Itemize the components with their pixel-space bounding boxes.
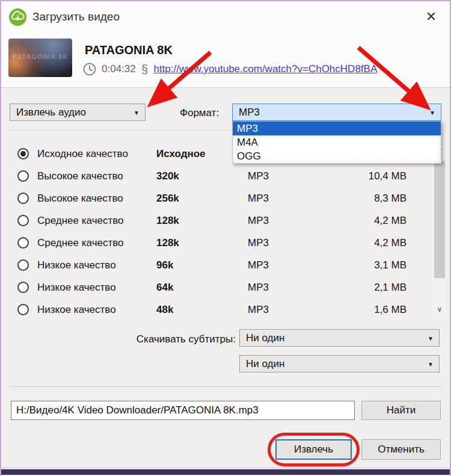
- radio-unselected[interactable]: [17, 193, 29, 204]
- cancel-button[interactable]: Отменить: [361, 439, 441, 460]
- video-url-link[interactable]: http://www.youtube.com/watch?v=ChOhcHD8f…: [153, 63, 377, 75]
- bottom-bar-dark: [1, 469, 450, 475]
- link-icon: §: [141, 62, 149, 76]
- quality-label: Высокое качество: [37, 193, 123, 205]
- chevron-down-icon: ▼: [133, 110, 140, 116]
- format-option-mp3[interactable]: MP3: [233, 122, 441, 135]
- format-option-m4a[interactable]: M4A: [233, 135, 441, 149]
- quality-size: 1,6 MB: [322, 304, 407, 316]
- subtitles-select-2-value: Ни один: [246, 358, 284, 370]
- format-select-value: MP3: [239, 107, 260, 119]
- quality-bitrate: 256k: [156, 193, 179, 205]
- quality-format: MP3: [248, 193, 269, 205]
- quality-size: 4,2 MB: [322, 237, 407, 249]
- thumbnail-watermark: PATAGONIA 8K: [8, 53, 72, 60]
- format-select[interactable]: MP3 ▼: [232, 104, 441, 121]
- quality-format: MP3: [248, 170, 269, 182]
- quality-label: Среднее качество: [37, 237, 124, 249]
- quality-bitrate: 128k: [156, 237, 179, 249]
- quality-label: Среднее качество: [37, 215, 124, 227]
- browse-button[interactable]: Найти: [361, 401, 441, 420]
- quality-row[interactable]: Низкое качество 96k MP3 3,1 MB: [10, 254, 431, 276]
- mode-select-value: Извлечь аудио: [16, 107, 86, 119]
- quality-row[interactable]: Высокое качество 320k MP3 10,4 MB: [10, 165, 431, 187]
- quality-size: 10,4 MB: [322, 170, 407, 182]
- quality-bitrate: Исходное: [156, 148, 206, 160]
- subtitles-select-2[interactable]: Ни один ▼: [239, 355, 440, 372]
- quality-format: MP3: [248, 237, 269, 249]
- subtitles-select-1-value: Ни один: [246, 332, 284, 344]
- radio-unselected[interactable]: [17, 304, 29, 315]
- video-thumbnail: PATAGONIA 8K: [8, 39, 72, 77]
- quality-row[interactable]: Высокое качество 256k MP3 8,3 MB: [10, 187, 431, 209]
- radio-selected[interactable]: [17, 148, 29, 159]
- video-duration: 0:04:32: [102, 63, 136, 75]
- subtitles-select-1[interactable]: Ни один ▼: [239, 329, 440, 347]
- dialog-header: Загрузить видео ✕ PATAGONIA 8K PATAGONIA…: [1, 1, 450, 88]
- quality-label: Исходное качество: [37, 148, 128, 160]
- quality-bitrate: 96k: [156, 259, 173, 271]
- format-label: Формат:: [180, 107, 219, 119]
- clock-icon: [83, 63, 96, 76]
- video-title: PATAGONIA 8K: [85, 43, 173, 57]
- radio-unselected[interactable]: [17, 259, 29, 271]
- video-meta: 0:04:32 § http://www.youtube.com/watch?v…: [83, 61, 377, 77]
- radio-unselected[interactable]: [17, 215, 29, 226]
- radio-unselected[interactable]: [17, 282, 29, 293]
- radio-unselected[interactable]: [17, 170, 29, 182]
- scrollbar-thumb[interactable]: [434, 161, 445, 278]
- quality-format: MP3: [248, 259, 269, 271]
- scrollbar[interactable]: ∧ ∨: [432, 143, 447, 317]
- quality-bitrate: 48k: [156, 304, 173, 316]
- chevron-down-icon: ▼: [428, 361, 434, 368]
- quality-size: 3,1 MB: [322, 259, 407, 271]
- quality-row[interactable]: Низкое качество 64k MP3 2,1 MB: [10, 276, 431, 298]
- divider: [10, 386, 441, 387]
- output-path-input[interactable]: [11, 401, 355, 420]
- chevron-down-icon: ▼: [428, 335, 434, 342]
- quality-label: Низкое качество: [37, 282, 116, 294]
- download-video-dialog: Загрузить видео ✕ PATAGONIA 8K PATAGONIA…: [0, 0, 451, 476]
- quality-bitrate: 128k: [156, 215, 179, 227]
- mode-select[interactable]: Извлечь аудио ▼: [10, 104, 146, 121]
- quality-format: MP3: [248, 304, 269, 316]
- quality-bitrate: 320k: [156, 170, 179, 182]
- dialog-title: Загрузить видео: [32, 10, 120, 23]
- quality-bitrate: 64k: [156, 282, 173, 294]
- quality-format: MP3: [248, 215, 269, 227]
- scrollbar-down-icon[interactable]: ∨: [432, 302, 447, 317]
- quality-format: MP3: [248, 282, 269, 294]
- radio-unselected[interactable]: [17, 237, 29, 249]
- quality-size: 8,3 MB: [322, 193, 407, 205]
- quality-size: 2,1 MB: [322, 282, 407, 294]
- extract-button[interactable]: Извлечь: [275, 439, 352, 460]
- quality-row[interactable]: Низкое качество 48k MP3 1,6 MB: [10, 298, 431, 321]
- quality-label: Высокое качество: [37, 170, 123, 182]
- format-option-ogg[interactable]: OGG: [233, 149, 441, 163]
- quality-row[interactable]: Среднее качество 128k MP3 4,2 MB: [10, 232, 431, 254]
- quality-label: Низкое качество: [37, 259, 116, 271]
- quality-label: Низкое качество: [37, 304, 116, 316]
- format-dropdown-popup: MP3 M4A OGG: [232, 121, 441, 164]
- quality-row[interactable]: Среднее качество 128k MP3 4,2 MB: [10, 209, 431, 232]
- close-icon[interactable]: ✕: [422, 8, 440, 26]
- app-logo-icon: [8, 8, 27, 26]
- quality-size: 4,2 MB: [322, 215, 407, 227]
- subtitles-label: Скачивать субтитры:: [85, 333, 236, 345]
- chevron-down-icon: ▼: [429, 110, 435, 116]
